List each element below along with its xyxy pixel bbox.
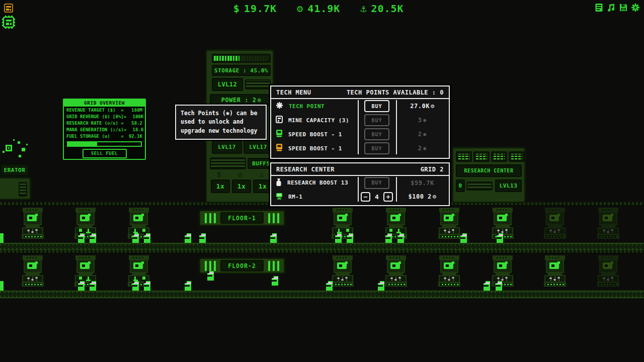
- resource-item: [270, 233, 277, 243]
- chip-green-icon[interactable]: [2, 16, 15, 31]
- settings-icon[interactable]: [631, 3, 640, 12]
- machine[interactable]: [22, 255, 44, 287]
- multiplier-button-money[interactable]: 1x: [211, 179, 230, 193]
- stepper-plus-button[interactable]: +: [383, 192, 393, 202]
- research-panel-title: RESEARCH CENTER: [276, 166, 335, 173]
- floor-strip: [0, 243, 644, 250]
- currency-money-value: 19.7K: [244, 3, 277, 15]
- tooltip-line: upgrade new technology: [181, 127, 261, 135]
- mini-display-button-3[interactable]: [491, 151, 507, 162]
- stat-row-research-rate: RESEARCH RATE (⚙/s)=58.2: [64, 120, 145, 126]
- storage-percent-label: STORAGE : 45.0%: [212, 65, 271, 76]
- music-icon[interactable]: [607, 3, 616, 12]
- anchor-icon-dark: ⚓: [260, 170, 264, 178]
- buy-speed-boost-orange-button[interactable]: BUY: [364, 142, 389, 154]
- resource-item: [397, 233, 404, 243]
- storage-level-button[interactable]: LVL12: [212, 78, 243, 91]
- mini-display-button-2[interactable]: [473, 151, 490, 162]
- tooltip-line: Tech Points (✱) can be: [181, 109, 261, 118]
- research-center-nameplate: RESEARCH CENTER: [456, 164, 522, 177]
- particle: [26, 144, 28, 145]
- gear-icon: ⚙: [257, 97, 261, 104]
- machine[interactable]: [597, 255, 619, 287]
- gear-icon: ⚙: [431, 103, 435, 110]
- stat-row-mana-generation: MANA GENERATION (⚓/s)=18.6: [64, 127, 145, 133]
- machine[interactable]: [544, 208, 566, 239]
- particle: [6, 145, 12, 151]
- tech-row-speed-boost-green: SPEED BOOST - 1 BUY 2✱: [271, 127, 449, 141]
- generator-label: ERATOR: [0, 164, 29, 176]
- tech-point-glyph: ✱: [423, 117, 427, 124]
- sell-fuel-button[interactable]: SELL FUEL: [83, 149, 127, 158]
- tech-points-tooltip: Tech Points (✱) can be used to unlock an…: [175, 105, 267, 140]
- multiplier-button-mana[interactable]: 1x: [253, 179, 272, 193]
- research-center-building[interactable]: RESEARCH CENTER 0 LVL13: [452, 147, 526, 203]
- particle: [22, 148, 25, 151]
- particle: [13, 139, 15, 141]
- machine[interactable]: [597, 208, 619, 239]
- generator-building[interactable]: [0, 177, 31, 200]
- tech-row-tech-point: TECH POINT BUY 27.0K⚙: [271, 99, 449, 113]
- tech-row-mine-capacity: MINE CAPACITY (3) BUY 3✱: [271, 113, 449, 127]
- machine-green-icon: [276, 130, 283, 139]
- tech-point-glyph: ✱: [423, 145, 427, 152]
- resource-item: [497, 233, 503, 243]
- tech-row-speed-boost-orange: SPEED BOOST - 1 BUY 2✱: [271, 141, 449, 155]
- resource-item: [132, 233, 139, 243]
- machine[interactable]: [22, 208, 44, 239]
- research-level-button[interactable]: LVL13: [495, 179, 522, 192]
- buy-tech-point-button[interactable]: BUY: [364, 100, 389, 112]
- particle: [19, 155, 21, 157]
- buy-mine-capacity-button[interactable]: BUY: [364, 114, 389, 126]
- log-icon[interactable]: [595, 3, 604, 12]
- mini-display-button-4[interactable]: [509, 151, 525, 162]
- machine[interactable]: [332, 255, 354, 287]
- floor-2: FLOOR-2: [0, 250, 644, 298]
- research-vent: [466, 182, 493, 191]
- factory-orange-icon[interactable]: [4, 4, 13, 15]
- mini-display-button-1[interactable]: [456, 151, 472, 162]
- buy-speed-boost-green-button[interactable]: BUY: [364, 128, 389, 140]
- resource-item: [0, 233, 4, 243]
- resource-item: [484, 281, 490, 291]
- gear-icon: ⚙: [297, 3, 303, 15]
- resource-item: [347, 233, 353, 243]
- resource-item: [335, 233, 342, 243]
- topbar-actions: [595, 3, 640, 12]
- machine[interactable]: [544, 255, 566, 287]
- research-row-boost: RESEARCH BOOST 13 BUY $59.7K: [271, 176, 449, 190]
- resource-item: [185, 233, 191, 243]
- machine[interactable]: [438, 255, 460, 287]
- resource-item: [132, 281, 139, 291]
- particle: [18, 141, 20, 144]
- machine[interactable]: [492, 255, 514, 287]
- generator-vent: [19, 182, 27, 197]
- multiplier-button-research[interactable]: 1x: [232, 179, 251, 193]
- anchor-icon: ⚓: [360, 3, 367, 15]
- save-icon[interactable]: [619, 3, 628, 12]
- resource-item: [207, 271, 214, 281]
- power-label: POWER : 2⚙: [210, 94, 273, 106]
- stepper-minus-button[interactable]: −: [361, 192, 370, 202]
- resource-item: [78, 281, 85, 291]
- research-row-rm1: RM-1 − 4 + $100 2⚙: [271, 190, 449, 204]
- gear-icon: ⚙: [433, 193, 437, 200]
- research-counter: 0: [456, 179, 465, 192]
- currency-bar: $ 19.7K ⚙ 41.9K ⚓ 20.5K: [233, 3, 404, 15]
- dollar-icon-dark: $: [217, 170, 221, 178]
- currency-research: ⚙ 41.9K: [297, 3, 340, 15]
- mine-icon: [276, 116, 283, 125]
- stat-row-revenue-target: REVENUE TARGET ($)=160M: [64, 107, 145, 113]
- sub-level-button-1[interactable]: LVL17: [212, 140, 242, 154]
- buy-research-boost-button[interactable]: BUY: [364, 177, 389, 189]
- machine-orange-icon: [276, 144, 283, 153]
- resource-item: [326, 281, 333, 291]
- resource-item: [185, 281, 191, 291]
- ceiling-strip: [0, 250, 644, 254]
- sub-level-button-2[interactable]: LVL17: [244, 140, 273, 154]
- floor-sign-label: FLOOR-2: [220, 260, 264, 272]
- monitor-icon: [276, 193, 283, 201]
- resource-item: [378, 281, 384, 291]
- machine[interactable]: [385, 255, 407, 287]
- machine[interactable]: [438, 208, 460, 239]
